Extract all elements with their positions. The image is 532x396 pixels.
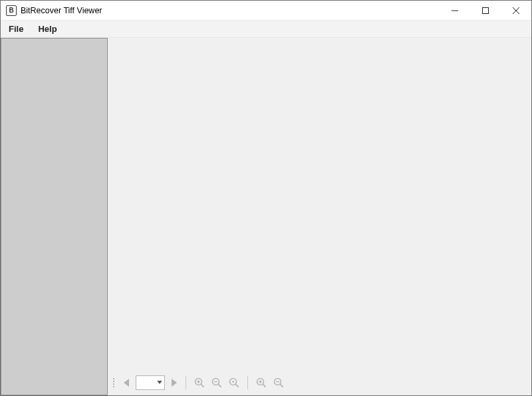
- menu-file[interactable]: File: [6, 23, 26, 35]
- image-canvas[interactable]: [108, 38, 531, 373]
- svg-line-22: [280, 384, 283, 387]
- svg-line-12: [218, 384, 221, 387]
- zoom-out-icon: [273, 377, 284, 388]
- svg-line-18: [263, 384, 265, 387]
- client-area: [1, 38, 531, 395]
- prev-page-button[interactable]: [121, 375, 133, 390]
- zoom-in-button[interactable]: [192, 375, 207, 390]
- svg-marker-5: [157, 381, 162, 384]
- app-window: B BitRecover Tiff Viewer File Help: [0, 0, 532, 396]
- svg-marker-6: [172, 379, 177, 387]
- toolbar-separator: [186, 376, 186, 389]
- toolbar-separator: [247, 376, 248, 389]
- zoom-out-button[interactable]: [209, 375, 224, 390]
- zoom-in-icon: [194, 377, 205, 388]
- maximize-button[interactable]: [470, 1, 501, 21]
- zoom-fit-icon: [229, 377, 239, 388]
- thumbnail-panel[interactable]: [1, 38, 108, 395]
- svg-marker-4: [124, 379, 129, 387]
- svg-point-16: [232, 381, 234, 383]
- close-button[interactable]: [501, 1, 531, 21]
- page-select[interactable]: [136, 375, 165, 390]
- zoom-out-icon: [211, 377, 222, 388]
- toolbar-gripper[interactable]: [112, 378, 116, 387]
- menu-help[interactable]: Help: [35, 23, 59, 35]
- zoom-fit-button[interactable]: [227, 375, 241, 390]
- next-page-button[interactable]: [168, 375, 180, 390]
- viewer-area: [108, 38, 531, 395]
- chevron-down-icon: [157, 381, 162, 385]
- minimize-icon: [452, 7, 458, 14]
- zoom-out-button-2[interactable]: [271, 375, 286, 390]
- next-page-icon: [170, 379, 177, 387]
- previous-page-icon: [124, 379, 130, 387]
- svg-line-8: [201, 384, 203, 387]
- footer-toolbar: [108, 373, 531, 395]
- app-icon: B: [6, 5, 17, 16]
- zoom-in-icon: [256, 377, 267, 388]
- titlebar: B BitRecover Tiff Viewer: [1, 1, 531, 21]
- maximize-icon: [482, 7, 489, 14]
- svg-rect-1: [483, 7, 489, 13]
- menubar: File Help: [1, 21, 531, 38]
- minimize-button[interactable]: [440, 1, 470, 21]
- window-title: BitRecover Tiff Viewer: [21, 6, 102, 15]
- zoom-in-button-2[interactable]: [254, 375, 269, 390]
- svg-line-15: [235, 384, 238, 387]
- close-icon: [513, 7, 519, 14]
